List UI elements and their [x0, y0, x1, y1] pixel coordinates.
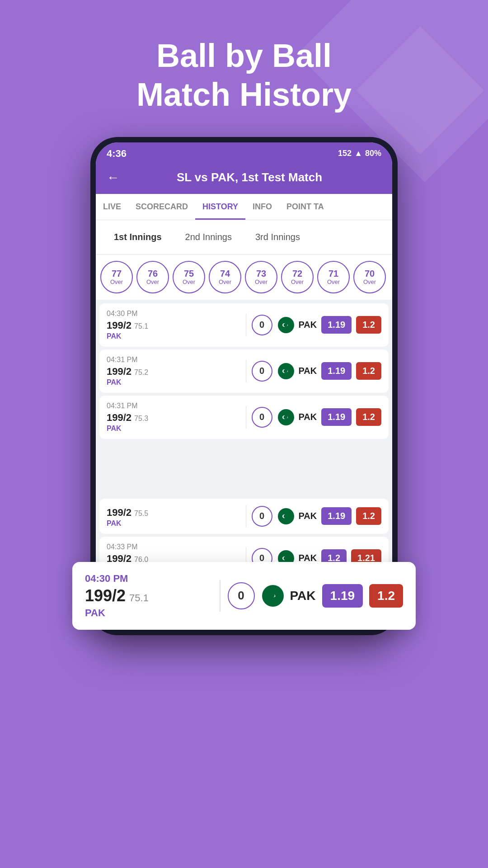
odds-2-2: 1.2 [356, 362, 381, 380]
float-pak-flag [262, 585, 284, 607]
row-divider [246, 314, 246, 336]
innings-tab-3[interactable]: 3rd Innings [246, 227, 309, 247]
match-title: SL vs PAK, 1st Test Match [127, 170, 372, 184]
team-name-1: PAK [299, 320, 317, 330]
status-icons: 152 ▲ 80% [338, 149, 381, 158]
pak-flag-2 [278, 363, 294, 379]
phone-wrapper: 4:36 152 ▲ 80% ← SL vs PAK, 1st Test Mat… [0, 137, 488, 635]
innings-tab-2[interactable]: 2nd Innings [176, 227, 241, 247]
row-score-3: 199/2 75.3 [107, 412, 240, 424]
row-time-3: 04:31 PM [107, 402, 240, 410]
over-num-71: 71 [328, 269, 338, 278]
float-left: 04:30 PM 199/2 75.1 PAK [85, 573, 212, 619]
over-label-76: Over [146, 278, 159, 285]
tab-scorecard[interactable]: SCORECARD [128, 194, 195, 220]
ball-circle-1: 0 [252, 315, 272, 335]
row-time-2: 04:31 PM [107, 356, 240, 364]
row-team-3: PAK [107, 425, 240, 433]
header-line1: Ball by Ball [156, 38, 332, 74]
odds-2-1: 1.2 [356, 316, 381, 334]
over-circle-74[interactable]: 74 Over [209, 261, 241, 293]
table-row: 04:30 PM 199/2 75.1 PAK 0 [99, 303, 389, 347]
over-label-70: Over [363, 278, 376, 285]
over-circle-71[interactable]: 71 Over [317, 261, 350, 293]
app-header: ← SL vs PAK, 1st Test Match [96, 163, 392, 194]
over-circle-77[interactable]: 77 Over [100, 261, 133, 293]
over-label-71: Over [327, 278, 340, 285]
float-ball-circle: 0 [228, 582, 255, 609]
pak-flag-3 [278, 409, 294, 425]
row-right-4: PAK 1.19 1.2 [278, 507, 382, 525]
innings-tab-1[interactable]: 1st Innings [105, 227, 171, 247]
overs-row: 77 Over 76 Over 75 Over 74 Over 73 Ove [96, 255, 392, 300]
row-team-1: PAK [107, 332, 240, 340]
pak-flag-1 [278, 317, 294, 333]
odds-2-3: 1.2 [356, 408, 381, 426]
phone-outer: 4:36 152 ▲ 80% ← SL vs PAK, 1st Test Mat… [90, 137, 398, 635]
floating-card-spacer [99, 442, 389, 496]
over-label-74: Over [219, 278, 231, 285]
over-num-70: 70 [365, 269, 375, 278]
over-circle-72[interactable]: 72 Over [281, 261, 314, 293]
ball-circle-4: 0 [252, 506, 272, 527]
row-time-5: 04:33 PM [107, 543, 240, 551]
phone-inner: 4:36 152 ▲ 80% ← SL vs PAK, 1st Test Mat… [96, 142, 392, 630]
table-row: 199/2 75.5 PAK 0 [99, 499, 389, 534]
over-num-74: 74 [220, 269, 230, 278]
over-label-73: Over [255, 278, 267, 285]
float-odds-1: 1.19 [322, 584, 363, 608]
tab-live[interactable]: LIVE [96, 194, 128, 220]
row-score-2: 199/2 75.2 [107, 366, 240, 377]
row-divider [246, 406, 246, 429]
team-name-2: PAK [299, 366, 317, 376]
tab-point-table[interactable]: POINT TA [279, 194, 331, 220]
odds-1-1: 1.19 [321, 316, 352, 334]
over-circle-73[interactable]: 73 Over [245, 261, 277, 293]
status-battery: 80% [365, 149, 381, 158]
over-label-75: Over [183, 278, 195, 285]
svg-point-9 [267, 590, 279, 602]
innings-row: 1st Innings 2nd Innings 3rd Innings [96, 220, 392, 255]
row-right-2: PAK 1.19 1.2 [278, 362, 382, 380]
tab-info[interactable]: INFO [245, 194, 279, 220]
header-line2: Match History [136, 76, 352, 113]
status-wifi: ▲ [354, 149, 362, 158]
status-time: 4:36 [107, 148, 127, 160]
row-divider [246, 360, 246, 382]
over-circle-76[interactable]: 76 Over [136, 261, 169, 293]
row-left-1: 04:30 PM 199/2 75.1 PAK [107, 310, 240, 340]
over-circle-70[interactable]: 70 Over [353, 261, 386, 293]
tabs-row: LIVE SCORECARD HISTORY INFO POINT TA [96, 194, 392, 220]
over-label-72: Over [291, 278, 304, 285]
odds-1-2: 1.19 [321, 362, 352, 380]
status-bar: 4:36 152 ▲ 80% [96, 142, 392, 163]
over-num-77: 77 [112, 269, 122, 278]
header-section: Ball by Ball Match History [0, 0, 488, 137]
over-label-77: Over [110, 278, 123, 285]
float-time: 04:30 PM [85, 573, 212, 585]
odds-1-4: 1.19 [321, 507, 352, 525]
row-left-4: 199/2 75.5 PAK [107, 505, 240, 528]
row-team-2: PAK [107, 378, 240, 387]
row-score-1: 199/2 75.1 [107, 320, 240, 331]
row-team-4: PAK [107, 519, 240, 528]
tab-history[interactable]: HISTORY [195, 194, 245, 220]
table-row: 04:31 PM 199/2 75.3 PAK 0 [99, 396, 389, 439]
header-title: Ball by Ball Match History [18, 36, 470, 114]
float-odds-2: 1.2 [369, 584, 403, 608]
float-team-name: PAK [290, 589, 316, 603]
over-num-73: 73 [256, 269, 266, 278]
over-num-72: 72 [292, 269, 302, 278]
float-right: PAK 1.19 1.2 [262, 584, 403, 608]
over-circle-75[interactable]: 75 Over [173, 261, 205, 293]
row-right-1: PAK 1.19 1.2 [278, 316, 382, 334]
row-left-3: 04:31 PM 199/2 75.3 PAK [107, 402, 240, 433]
float-divider [220, 580, 221, 612]
floating-card: 04:30 PM 199/2 75.1 PAK 0 PAK 1. [72, 562, 416, 630]
table-row: 04:31 PM 199/2 75.2 PAK 0 [99, 349, 389, 393]
row-left-2: 04:31 PM 199/2 75.2 PAK [107, 356, 240, 387]
odds-2-4: 1.2 [356, 507, 381, 525]
status-signal: 152 [338, 149, 352, 158]
back-button[interactable]: ← [107, 170, 119, 185]
team-name-3: PAK [299, 412, 317, 422]
